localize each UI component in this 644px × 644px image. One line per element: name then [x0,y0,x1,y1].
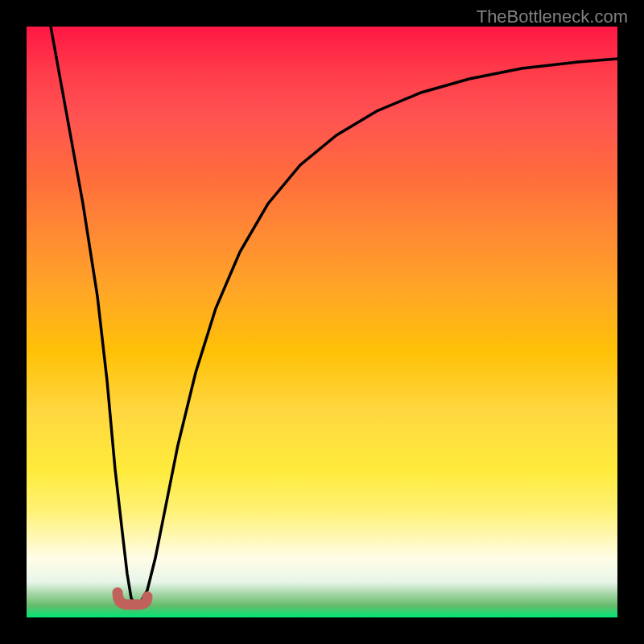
bottleneck-v-curve [51,27,617,605]
chart-curves [27,27,617,617]
watermark-text: TheBottleneck.com [477,6,628,27]
